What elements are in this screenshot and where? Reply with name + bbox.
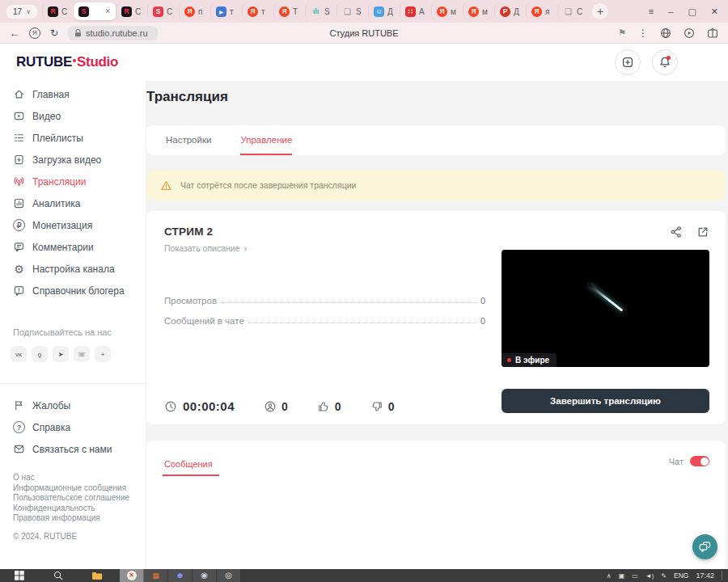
tray-language[interactable]: ENG xyxy=(674,571,688,580)
social-viber-button[interactable]: ☏ xyxy=(74,346,90,362)
browser-tab[interactable]: Я м xyxy=(463,2,494,20)
sidebar-divider xyxy=(0,383,146,384)
tray-app-icon[interactable]: ▣ xyxy=(619,572,625,580)
analytics-icon xyxy=(13,197,25,209)
url-field[interactable]: studio.rutube.ru xyxy=(68,26,157,40)
chat-widget-button[interactable] xyxy=(692,534,717,559)
taskbar-app-tile[interactable]: ◉ xyxy=(193,569,217,582)
address-bar: ← Я ↻ studio.rutube.ru Студия RUTUBE ⚑ ⋮ xyxy=(0,23,728,44)
browser-menu-icon[interactable]: ≡ xyxy=(649,6,654,16)
maximize-icon[interactable]: ▢ xyxy=(688,6,696,17)
create-button[interactable] xyxy=(615,49,641,75)
taskbar-app-tile[interactable]: ✕ xyxy=(120,569,144,582)
tray-clock[interactable]: 17:42 xyxy=(696,571,714,580)
footer-link-privacy[interactable]: Конфиденциальность xyxy=(13,504,146,513)
sidebar-item-comments[interactable]: Комментарии xyxy=(0,236,146,258)
more-options-icon[interactable]: ⋮ xyxy=(638,27,648,39)
rutube-studio-logo[interactable]: RUTUBEStudio xyxy=(16,54,118,70)
sidebar-item-blogger-guide[interactable]: Справочник блогера xyxy=(0,280,146,302)
new-tab-button[interactable]: + xyxy=(592,3,608,19)
social-more-button[interactable]: + xyxy=(95,346,111,362)
browser-tab[interactable]: Я п xyxy=(179,2,210,20)
browser-tab[interactable]: P Д xyxy=(494,2,526,20)
taskbar-app-icon: ◉ xyxy=(200,571,210,580)
chat-toggle[interactable] xyxy=(690,456,709,466)
browser-tab[interactable]: ❏ S xyxy=(336,2,368,20)
sidebar-item-help[interactable]: ? Справка xyxy=(0,416,146,438)
viber-icon: ☏ xyxy=(78,351,86,358)
notifications-button[interactable] xyxy=(652,49,678,75)
tab-management[interactable]: Управление xyxy=(240,125,292,155)
footer-link-terms[interactable]: Пользовательское соглашение xyxy=(13,493,146,503)
sidebar-item-monetization[interactable]: ₽ Монетизация xyxy=(0,214,146,236)
browser-tab[interactable]: ▶ т xyxy=(210,2,242,20)
footer-link-news[interactable]: Информационные сообщения xyxy=(13,483,146,493)
browser-tab[interactable]: Я я xyxy=(526,2,557,20)
sidebar-item-channel-settings[interactable]: ⚙ Настройка канала xyxy=(0,258,146,280)
taskbar-app-tile[interactable]: ☻ xyxy=(168,569,193,582)
taskbar-app-tile[interactable]: ▦ xyxy=(144,569,168,582)
start-button[interactable] xyxy=(0,569,39,582)
likes-counter: 0 xyxy=(317,400,341,413)
viewer-icon xyxy=(264,400,277,413)
sidebar-item-complaints[interactable]: Жалобы xyxy=(0,394,146,416)
tab-settings[interactable]: Настройки xyxy=(166,125,211,155)
browser-tab[interactable]: R С xyxy=(42,2,74,20)
tab-favicon-icon: ∷ xyxy=(405,6,416,17)
stream-preview-player[interactable]: В эфире xyxy=(502,250,709,367)
back-button[interactable]: ← xyxy=(10,27,19,39)
promo-icon[interactable] xyxy=(707,27,718,39)
file-explorer-button[interactable] xyxy=(78,569,116,582)
avatar[interactable] xyxy=(689,49,715,75)
share-icon[interactable] xyxy=(670,226,683,238)
taskbar-app-tile[interactable]: ◎ xyxy=(217,569,241,582)
browser-tab[interactable]: ❏ С xyxy=(557,2,589,20)
social-vk-button[interactable]: ᴠᴋ xyxy=(11,346,27,362)
taskbar-search-button[interactable] xyxy=(39,569,78,582)
browser-tab[interactable]: R С xyxy=(116,2,147,20)
footer-link-legal[interactable]: Правовая информация xyxy=(13,513,146,523)
browser-tab[interactable]: Я Т xyxy=(273,2,305,20)
sidebar-item-playlists[interactable]: Плейлисты xyxy=(0,127,146,149)
tray-display-icon[interactable]: ▭ xyxy=(632,572,638,580)
end-broadcast-button[interactable]: Завершить трансляцию xyxy=(502,389,709,413)
search-icon xyxy=(53,571,63,580)
tab-counter[interactable]: 17 ∨ xyxy=(6,5,37,19)
browser-tab[interactable]: ılı S xyxy=(305,2,336,20)
tray-expand-icon[interactable]: ∧ xyxy=(607,572,612,580)
tab-messages[interactable]: Сообщения xyxy=(164,459,213,469)
tray-pen-icon[interactable]: ✎ xyxy=(661,572,667,580)
tray-volume-icon[interactable]: ◄) xyxy=(645,572,654,580)
social-telegram-button[interactable]: ➤ xyxy=(53,346,69,362)
live-badge: В эфире xyxy=(502,353,557,367)
sidebar-item-broadcasts[interactable]: Трансляции xyxy=(0,171,146,192)
browser-tab[interactable]: ∷ А xyxy=(400,2,431,20)
tab-close-icon[interactable]: ✕ xyxy=(104,7,111,15)
social-ok-button[interactable]: ϙ xyxy=(32,346,48,362)
translate-globe-icon[interactable] xyxy=(660,27,671,39)
bookmark-icon[interactable]: ⚑ xyxy=(618,27,626,38)
browser-tab[interactable]: ☺ Д xyxy=(368,2,400,20)
open-external-icon[interactable] xyxy=(696,226,709,238)
sidebar-item-analytics[interactable]: Аналитика xyxy=(0,192,146,214)
stat-row-views: Просмотров 0 xyxy=(164,296,485,306)
chat-label: Чат xyxy=(669,457,684,466)
minimize-icon[interactable]: – xyxy=(668,6,673,16)
sidebar-item-home[interactable]: Главная xyxy=(0,83,146,105)
browser-logo-icon[interactable]: Я xyxy=(29,27,40,39)
broadcast-icon xyxy=(13,175,25,188)
likes-value: 0 xyxy=(335,400,341,413)
footer-link-about[interactable]: О нас xyxy=(13,473,146,483)
close-icon[interactable]: ✕ xyxy=(711,6,718,17)
browser-tab[interactable]: S С xyxy=(147,2,179,20)
browser-tab[interactable]: Я м xyxy=(431,2,463,20)
sidebar-item-upload[interactable]: Загрузка видео xyxy=(0,149,146,171)
refresh-button[interactable]: ↻ xyxy=(50,27,58,39)
sidebar-item-label: Видео xyxy=(32,111,61,122)
browser-tab[interactable]: S ✕ xyxy=(74,2,116,20)
browser-tab[interactable]: Я т xyxy=(242,2,273,20)
show-desktop-button[interactable] xyxy=(722,571,725,580)
sidebar-item-contact[interactable]: Связаться с нами xyxy=(0,438,146,460)
video-popup-icon[interactable] xyxy=(684,27,695,39)
sidebar-item-video[interactable]: Видео xyxy=(0,105,146,127)
